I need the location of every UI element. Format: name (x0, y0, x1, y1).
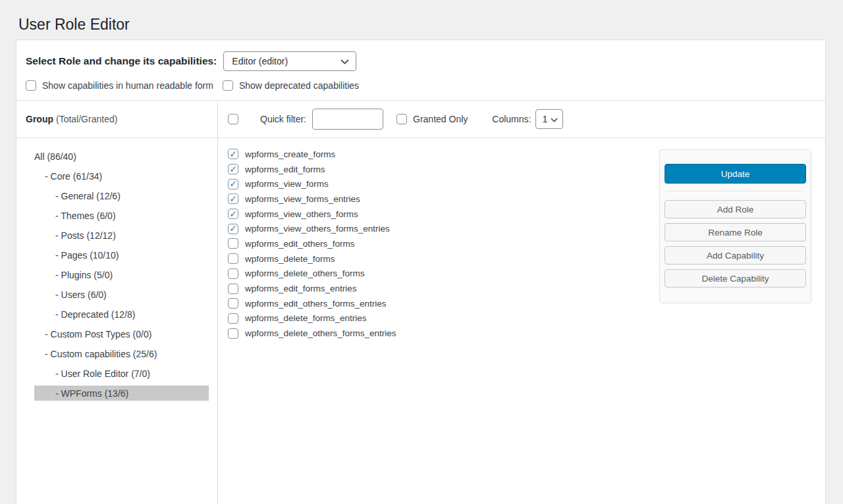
human-readable-option[interactable]: Show capabilities in human readable form (26, 80, 213, 91)
select-role-label: Select Role and change its capabilities: (26, 55, 217, 67)
granted-only-checkbox[interactable] (396, 114, 407, 124)
user-role-editor-panel: Select Role and change its capabilities:… (16, 39, 826, 504)
show-deprecated-option[interactable]: Show deprecated capabilities (223, 80, 359, 91)
chevron-down-icon (551, 114, 558, 124)
delete-capability-button[interactable]: Delete Capability (665, 269, 806, 288)
update-button[interactable]: Update (665, 164, 806, 184)
group-item-deprecated[interactable]: - Deprecated (12/8) (34, 307, 209, 322)
capability-row: wpforms_view_forms (228, 176, 659, 191)
columns-select-value: 1 (542, 114, 547, 124)
capability-checkbox[interactable] (228, 164, 238, 174)
capabilities-area: Quick filter: Granted Only Columns: 1 wp… (218, 101, 825, 504)
page-title: User Role Editor (0, 0, 843, 39)
group-item-users[interactable]: - Users (6/0) (34, 287, 209, 302)
group-item-posts[interactable]: - Posts (12/12) (34, 228, 209, 243)
capability-row: wpforms_view_forms_entries (228, 191, 659, 207)
capability-checkbox[interactable] (228, 193, 238, 204)
group-item-custom-post-types[interactable]: - Custom Post Types (0/0) (34, 326, 209, 341)
show-deprecated-checkbox[interactable] (223, 80, 233, 91)
capability-checkbox[interactable] (228, 313, 238, 324)
capability-checkbox[interactable] (228, 179, 238, 189)
capability-row: wpforms_edit_forms_entries (228, 281, 659, 296)
human-readable-checkbox[interactable] (26, 80, 36, 91)
add-capability-button[interactable]: Add Capability (665, 246, 806, 265)
capability-label: wpforms_edit_forms_entries (245, 284, 357, 293)
rename-role-button[interactable]: Rename Role (665, 223, 806, 241)
columns-label: Columns: (492, 114, 531, 124)
capability-checkbox[interactable] (228, 328, 238, 339)
show-deprecated-label: Show deprecated capabilities (239, 80, 359, 91)
capability-checkbox[interactable] (228, 284, 238, 294)
capability-label: wpforms_view_forms_entries (245, 194, 360, 204)
columns-select[interactable]: 1 (535, 109, 563, 129)
quick-filter-label: Quick filter: (260, 114, 306, 124)
actions-panel: Update Add Role Rename Role Add Capabili… (659, 149, 811, 303)
capability-label: wpforms_delete_others_forms (245, 268, 365, 278)
capability-label: wpforms_view_others_forms (245, 209, 358, 219)
capability-row: wpforms_delete_others_forms_entries (228, 326, 659, 341)
capability-checkbox[interactable] (228, 224, 238, 234)
group-item-user-role-editor[interactable]: - User Role Editor (7/0) (34, 366, 209, 381)
group-item-general[interactable]: - General (12/6) (34, 188, 209, 203)
capability-label: wpforms_delete_forms (245, 254, 335, 264)
role-select[interactable]: Editor (editor) (223, 51, 356, 71)
groups-header: Group (Total/Granted) (16, 101, 217, 138)
capability-checkbox[interactable] (228, 149, 238, 159)
capability-label: wpforms_edit_others_forms_entries (245, 299, 387, 309)
filter-bar: Quick filter: Granted Only Columns: 1 (218, 101, 825, 138)
capability-label: wpforms_create_forms (245, 149, 335, 159)
group-item-all[interactable]: All (86/40) (34, 149, 209, 164)
group-item-themes[interactable]: - Themes (6/0) (34, 208, 209, 223)
capability-label: wpforms_edit_forms (245, 164, 325, 174)
capability-checkbox[interactable] (228, 238, 238, 249)
groups-header-subtitle: (Total/Granted) (56, 114, 117, 124)
capability-label: wpforms_view_forms (245, 179, 329, 189)
groups-tree: All (86/40) - Core (61/34) - General (12… (16, 138, 217, 401)
quick-filter-input[interactable] (312, 109, 383, 130)
capability-row: wpforms_delete_forms (228, 251, 659, 266)
granted-only-label: Granted Only (413, 114, 468, 124)
capabilities-list: wpforms_create_forms wpforms_edit_forms … (228, 147, 659, 341)
human-readable-label: Show capabilities in human readable form (42, 80, 213, 91)
capability-label: wpforms_edit_others_forms (245, 239, 355, 249)
capability-checkbox[interactable] (228, 268, 238, 279)
group-item-core[interactable]: - Core (61/34) (34, 168, 209, 184)
capability-row: wpforms_delete_forms_entries (228, 311, 659, 326)
chevron-down-icon (340, 56, 349, 66)
capability-row: wpforms_delete_others_forms (228, 266, 659, 282)
capability-checkbox[interactable] (228, 298, 238, 309)
groups-header-title: Group (26, 114, 53, 124)
select-all-checkbox[interactable] (228, 114, 238, 124)
capability-row: wpforms_view_others_forms_entries (228, 221, 659, 236)
actions-divider (666, 191, 805, 191)
group-item-pages[interactable]: - Pages (10/10) (34, 247, 209, 263)
capability-row: wpforms_edit_others_forms_entries (228, 296, 659, 311)
group-item-custom-capabilities[interactable]: - Custom capabilities (25/6) (34, 346, 209, 361)
role-selection-section: Select Role and change its capabilities:… (16, 40, 825, 100)
add-role-button[interactable]: Add Role (665, 200, 806, 218)
capability-row: wpforms_edit_forms (228, 162, 659, 177)
groups-sidebar: Group (Total/Granted) All (86/40) - Core… (16, 101, 218, 504)
capability-row: wpforms_edit_others_forms (228, 236, 659, 251)
capability-label: wpforms_delete_forms_entries (245, 313, 367, 323)
capability-label: wpforms_view_others_forms_entries (245, 224, 390, 234)
capability-checkbox[interactable] (228, 209, 238, 219)
role-select-value: Editor (editor) (232, 56, 288, 66)
group-item-plugins[interactable]: - Plugins (5/0) (34, 267, 209, 282)
capability-row: wpforms_create_forms (228, 147, 659, 162)
capability-checkbox[interactable] (228, 253, 238, 264)
capability-row: wpforms_view_others_forms (228, 207, 659, 222)
capability-label: wpforms_delete_others_forms_entries (245, 328, 396, 338)
group-item-wpforms[interactable]: - WPForms (13/6) (34, 386, 209, 401)
